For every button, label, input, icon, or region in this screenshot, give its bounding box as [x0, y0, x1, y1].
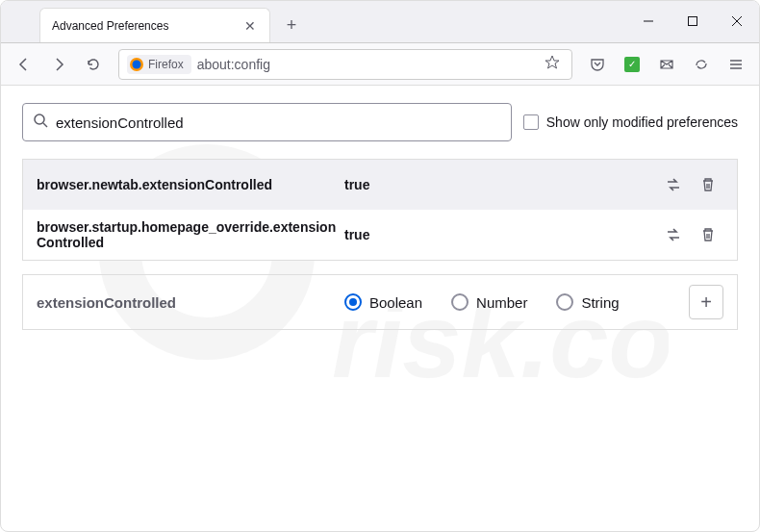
close-window-button[interactable]: [715, 0, 759, 42]
identity-label: Firefox: [148, 58, 184, 71]
radio-label: Boolean: [369, 294, 422, 311]
search-row: Show only modified preferences: [22, 103, 738, 141]
toggle-button[interactable]: [658, 169, 689, 200]
pref-row: browser.startup.homepage_override.extens…: [23, 210, 737, 260]
pref-value: true: [344, 177, 658, 192]
radio-string[interactable]: String: [556, 293, 619, 311]
window-controls: [626, 0, 759, 42]
svg-point-5: [133, 60, 141, 68]
checkbox-icon: [523, 114, 539, 130]
firefox-logo-icon: [129, 57, 144, 72]
pref-row: browser.newtab.extensionControlled true: [23, 160, 737, 210]
radio-icon: [344, 293, 362, 311]
radio-icon: [556, 293, 573, 311]
radio-boolean[interactable]: Boolean: [344, 293, 422, 311]
tab-title: Advanced Preferences: [52, 19, 242, 33]
radio-icon: [451, 293, 469, 311]
browser-tab[interactable]: Advanced Preferences ✕: [39, 8, 270, 42]
back-button[interactable]: [9, 49, 39, 80]
show-modified-checkbox[interactable]: Show only modified preferences: [523, 114, 738, 130]
url-text: about:config: [197, 57, 541, 72]
url-bar[interactable]: Firefox about:config: [118, 49, 572, 80]
new-pref-name: extensionControlled: [37, 294, 344, 311]
browser-toolbar: Firefox about:config ✓: [1, 43, 759, 86]
identity-box[interactable]: Firefox: [127, 55, 191, 74]
reload-button[interactable]: [78, 49, 109, 80]
svg-point-13: [35, 114, 44, 124]
radio-label: String: [581, 294, 619, 311]
new-tab-button[interactable]: +: [278, 12, 305, 38]
search-icon: [33, 113, 48, 132]
search-box[interactable]: [22, 103, 512, 141]
pref-value: true: [344, 227, 658, 242]
radio-number[interactable]: Number: [451, 293, 527, 311]
about-config-content: Show only modified preferences browser.n…: [1, 86, 759, 347]
delete-button[interactable]: [693, 169, 723, 200]
search-input[interactable]: [56, 114, 501, 131]
pocket-icon[interactable]: [582, 49, 613, 80]
new-pref-row: extensionControlled Boolean Number Strin…: [22, 274, 738, 330]
forward-button[interactable]: [43, 49, 74, 80]
svg-rect-1: [689, 17, 697, 26]
svg-line-14: [43, 123, 47, 127]
show-modified-label: Show only modified preferences: [546, 114, 738, 130]
radio-label: Number: [476, 294, 527, 311]
menu-button[interactable]: [721, 49, 751, 80]
pref-name: browser.startup.homepage_override.extens…: [37, 219, 344, 250]
mail-icon[interactable]: [651, 49, 682, 80]
sync-icon[interactable]: [686, 49, 717, 80]
preferences-table: browser.newtab.extensionControlled true …: [22, 159, 738, 261]
bookmark-star-icon[interactable]: [541, 51, 564, 78]
close-tab-icon[interactable]: ✕: [242, 18, 258, 34]
titlebar: Advanced Preferences ✕ +: [1, 1, 759, 43]
toggle-button[interactable]: [658, 219, 689, 250]
maximize-button[interactable]: [671, 0, 715, 42]
pref-name: browser.newtab.extensionControlled: [37, 177, 344, 192]
addon-icon[interactable]: ✓: [617, 49, 647, 80]
minimize-button[interactable]: [626, 0, 671, 42]
type-radio-group: Boolean Number String: [344, 293, 689, 311]
add-pref-button[interactable]: +: [689, 285, 723, 319]
delete-button[interactable]: [693, 219, 723, 250]
